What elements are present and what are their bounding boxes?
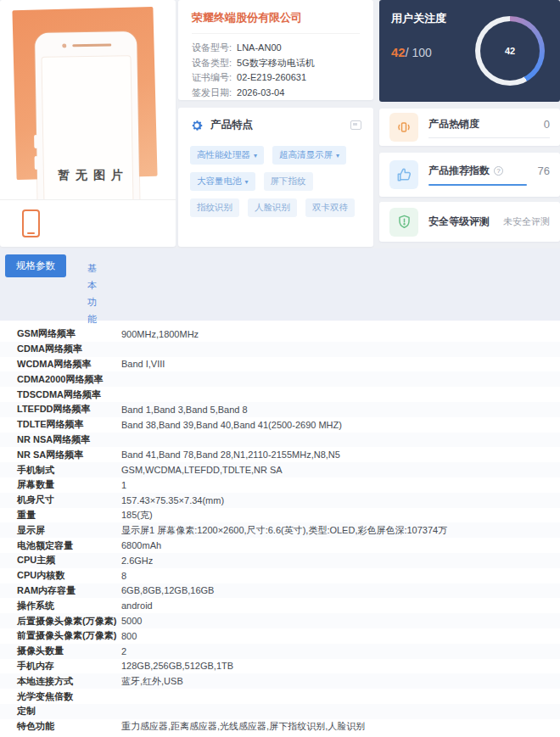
spec-value: 重力感应器,距离感应器,光线感应器,屏下指纹识别,人脸识别 [121, 720, 560, 733]
hot-sale-icon [389, 113, 418, 142]
spec-value: android [121, 600, 560, 611]
spec-label: 电池额定容量 [0, 539, 121, 552]
thumbnail-strip [0, 200, 176, 246]
chevron-down-icon: ▾ [336, 152, 339, 159]
spec-value: 显示屏1 屏幕像素:1200×2600,尺寸:6.6(英寸),类型:OLED,彩… [121, 524, 560, 537]
attention-gauge-value: 42 [505, 46, 515, 56]
spec-label: CPU主频 [0, 554, 121, 567]
field-value: 2026-03-04 [237, 87, 284, 98]
company-field-row: 设备型号:LNA-AN00 [192, 41, 360, 56]
phone-side-button [35, 156, 38, 170]
phone-camera-dot [62, 43, 66, 47]
attention-gauge-center: 42 [480, 21, 540, 81]
image-icon[interactable] [350, 120, 361, 130]
feature-tag[interactable]: 大容量电池 ▾ [190, 172, 255, 191]
feature-tag[interactable]: 超高清显示屏 ▾ [272, 146, 346, 165]
feature-tag[interactable]: 屏下指纹 [264, 172, 313, 191]
spec-label: 光学变焦倍数 [0, 690, 121, 703]
spec-value: 8 [121, 571, 560, 581]
spec-label: 手机制式 [0, 464, 121, 477]
phone-thumbnail-icon[interactable] [22, 209, 40, 237]
field-value: 02-E219-260631 [237, 72, 306, 82]
feature-tag[interactable]: 人脸识别 [248, 198, 297, 217]
table-row: 机身尺寸 157.43×75.35×7.34(mm) [0, 493, 560, 508]
no-image-label: 暂无图片 [58, 168, 129, 183]
spec-label: CDMA网络频率 [0, 343, 121, 355]
product-image-area: 暂无图片 [0, 0, 176, 200]
chevron-down-icon: ▾ [245, 178, 249, 186]
table-row: NR NSA网络频率 [0, 433, 560, 448]
spec-tab-band: 规格参数 基本功能 [0, 248, 560, 321]
company-fields: 设备型号:LNA-AN00 设备类型:5G数字移动电话机 证书编号:02-E21… [192, 41, 360, 100]
spec-label: TDSCDMA网络频率 [0, 388, 121, 401]
feature-tag[interactable]: 高性能处理器 ▾ [190, 146, 264, 165]
hot-sale-row: 产品热销度 0 [428, 117, 550, 138]
spec-value: 157.43×75.35×7.34(mm) [121, 495, 560, 505]
spec-label: 手机内存 [0, 660, 121, 673]
spec-value: 185(克) [121, 509, 560, 522]
phone-side-button [34, 135, 37, 148]
recommend-value: 76 [538, 165, 550, 177]
feature-tag-label: 屏下指纹 [271, 176, 306, 187]
spec-label: 定制 [0, 705, 121, 717]
spec-value: Band 41,Band 78,Band 28,N1,2110-2155MHz,… [121, 449, 560, 460]
spec-value: 6800mAh [121, 540, 560, 550]
security-rating-card: 安全等级评测 未安全评测 [379, 202, 560, 242]
recommend-underline [428, 184, 527, 186]
spec-value: 900MHz,1800MHz [121, 329, 560, 339]
table-row: CDMA2000网络频率 [0, 371, 560, 387]
security-row: 安全等级评测 未安全评测 [428, 215, 550, 229]
spec-label: CPU内核数 [0, 569, 121, 582]
feature-tag-label: 指纹识别 [197, 202, 232, 214]
feature-tag-label: 人脸识别 [255, 202, 290, 214]
product-features-card: 产品特点 高性能处理器 ▾ 超高清显示屏 ▾ 大容量电池 ▾ 屏下指纹 指纹识别… [178, 108, 373, 247]
recommend-index-card: 产品推荐指数 ? 76 [379, 153, 560, 197]
table-row: TDSCDMA网络频率 [0, 387, 560, 402]
spec-label: 特色功能 [0, 720, 121, 733]
company-name[interactable]: 荣耀终端股份有限公司 [192, 10, 360, 34]
feature-tag-label: 大容量电池 [197, 176, 242, 187]
table-row: 本地连接方式 蓝牙,红外,USB [0, 673, 560, 689]
table-row: RAM内存容量 6GB,8GB,12GB,16GB [0, 583, 560, 599]
table-row: CDMA网络频率 [0, 342, 560, 357]
attention-gauge-ring: 42 [475, 16, 545, 86]
table-row: 定制 [0, 704, 560, 719]
spec-label: 摄像头数量 [0, 645, 121, 657]
hot-sale-body: 产品热销度 0 [428, 117, 550, 138]
table-row: NR SA网络频率 Band 41,Band 78,Band 28,N1,211… [0, 447, 560, 462]
feature-tag[interactable]: 双卡双待 [305, 198, 355, 217]
spec-label: TDLTE网络频率 [0, 418, 121, 431]
spec-value: 6GB,8GB,12GB,16GB [121, 585, 560, 595]
table-row: 屏幕数量 1 [0, 477, 560, 493]
help-icon[interactable]: ? [494, 166, 503, 176]
field-label: 设备类型: [192, 58, 232, 68]
spec-value: GSM,WCDMA,LTEFDD,TDLTE,NR SA [121, 465, 560, 475]
spec-value: Band 38,Band 39,Band 40,Band 41(2500-269… [121, 420, 560, 430]
spec-label: 机身尺寸 [0, 494, 121, 506]
spec-label: 前置摄像头像素(万像素) [0, 629, 121, 642]
table-row: WCDMA网络频率 Band I,VIII [0, 357, 560, 372]
tab-spec-parameters[interactable]: 规格参数 [5, 254, 66, 277]
spec-label: 后置摄像头像素(万像素) [0, 615, 121, 628]
table-row: 手机制式 GSM,WCDMA,LTEFDD,TDLTE,NR SA [0, 462, 560, 477]
product-image-card: 暂无图片 [0, 0, 176, 247]
table-row: CPU内核数 8 [0, 568, 560, 583]
field-label: 证书编号: [192, 72, 232, 82]
features-title: 产品特点 [210, 118, 350, 132]
hot-sale-value: 0 [544, 118, 550, 131]
attention-score-max: / 100 [406, 46, 432, 59]
hot-sale-card: 产品热销度 0 [379, 109, 560, 146]
spec-label: WCDMA网络频率 [0, 358, 121, 371]
recommend-title: 产品推荐指数 [428, 164, 490, 178]
recommend-body: 产品推荐指数 ? 76 [428, 164, 550, 186]
sidebar-item-basic-functions[interactable]: 基本功能 [87, 260, 98, 327]
feature-tag[interactable]: 指纹识别 [190, 198, 239, 217]
thumbs-up-icon [389, 160, 418, 189]
table-row: CPU主频 2.6GHz [0, 553, 560, 568]
table-row: 特色功能 重力感应器,距离感应器,光线感应器,屏下指纹识别,人脸识别 [0, 719, 560, 734]
table-row: 摄像头数量 2 [0, 644, 560, 659]
table-row: 显示屏 显示屏1 屏幕像素:1200×2600,尺寸:6.6(英寸),类型:OL… [0, 522, 560, 538]
spec-value: Band I,VIII [121, 359, 560, 369]
recommend-row: 产品推荐指数 ? 76 [428, 164, 550, 178]
company-field-row: 设备类型:5G数字移动电话机 [192, 56, 360, 71]
